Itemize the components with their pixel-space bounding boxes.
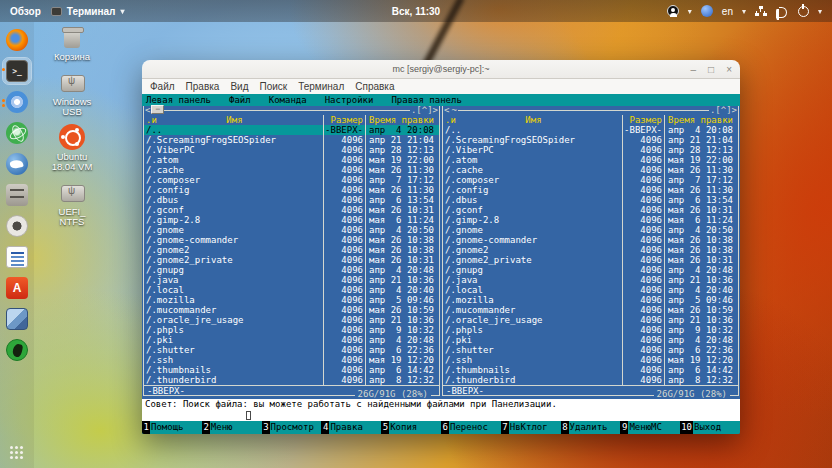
- show-apps-grid-icon[interactable]: [10, 446, 24, 460]
- file-row[interactable]: /.gnupg 4096 апр 4 20:48: [443, 265, 738, 275]
- function-key-button[interactable]: 2 Меню: [202, 421, 262, 434]
- file-row[interactable]: /.oracle_jre_usage 4096 апр 21 10:36: [443, 315, 738, 325]
- desktop-icon-ubuntu[interactable]: Ubuntu 18.04 VM: [38, 124, 106, 172]
- file-row[interactable]: /.ssh 4096 мая 19 12:20: [443, 355, 738, 365]
- file-row[interactable]: /.shutter 4096 апр 6 22:36: [144, 345, 439, 355]
- file-row[interactable]: /.ssh 4096 мая 19 12:20: [144, 355, 439, 365]
- power-icon[interactable]: [798, 6, 809, 17]
- column-size[interactable]: Размер: [323, 115, 365, 125]
- file-row[interactable]: /.gnome-commander 4096 мая 26 10:38: [144, 235, 439, 245]
- file-row[interactable]: /.mucommander 4096 мая 26 10:59: [443, 305, 738, 315]
- panel-updir-marker[interactable]: .[^]>: [709, 106, 738, 115]
- column-mtime[interactable]: Время правки: [664, 115, 738, 125]
- volume-icon[interactable]: [776, 6, 789, 17]
- file-row[interactable]: /.java 4096 апр 21 10:36: [144, 275, 439, 285]
- function-key-button[interactable]: 10 Выход: [680, 421, 740, 434]
- function-key-button[interactable]: 7 НвКтлог: [501, 421, 561, 434]
- mc-menu-item[interactable]: Левая панель: [146, 95, 211, 105]
- dock-item-thunderbird[interactable]: [3, 151, 31, 177]
- file-row[interactable]: /.pki 4096 апр 4 20:48: [443, 335, 738, 345]
- file-row[interactable]: /.gnome 4096 апр 4 20:50: [144, 225, 439, 235]
- file-row[interactable]: /.gnome 4096 апр 4 20:50: [443, 225, 738, 235]
- file-row[interactable]: /.phpls 4096 апр 9 10:32: [443, 325, 738, 335]
- file-row[interactable]: /.composer 4096 апр 7 17:12: [443, 175, 738, 185]
- file-row[interactable]: /.thunderbird 4096 апр 8 12:32: [443, 375, 738, 385]
- network-icon[interactable]: [755, 6, 767, 17]
- function-key-button[interactable]: 5 Копия: [381, 421, 441, 434]
- file-row[interactable]: /.phpls 4096 апр 9 10:32: [144, 325, 439, 335]
- menu-item[interactable]: Терминал: [298, 81, 344, 92]
- panel-updir-marker[interactable]: .[^]>: [410, 106, 439, 115]
- person-indicator-icon[interactable]: [667, 5, 679, 17]
- dock-item-aapp[interactable]: [3, 275, 31, 301]
- panel-corner-button[interactable]: –: [151, 105, 164, 114]
- dock-item-writer[interactable]: [3, 244, 31, 270]
- file-row[interactable]: /.shutter 4096 апр 6 22:36: [443, 345, 738, 355]
- file-row[interactable]: /.composer 4096 апр 7 17:12: [144, 175, 439, 185]
- file-row[interactable]: /.atom 4096 мая 19 22:00: [443, 155, 738, 165]
- file-row[interactable]: /.dbus 4096 апр 6 13:54: [144, 195, 439, 205]
- file-row[interactable]: /.ScreamingFrogSEOSpider 4096 апр 21 21:…: [144, 135, 439, 145]
- menu-item[interactable]: Вид: [230, 81, 248, 92]
- menu-item[interactable]: Справка: [355, 81, 394, 92]
- window-titlebar[interactable]: mc [sergiy@sergiy-pc]:~ – □ ×: [142, 60, 740, 79]
- file-row[interactable]: /.config 4096 мая 26 11:30: [144, 185, 439, 195]
- file-row[interactable]: /.gnome2 4096 мая 26 10:38: [144, 245, 439, 255]
- function-key-button[interactable]: 9 МенюМС: [620, 421, 680, 434]
- file-row[interactable]: /.ViberPC 4096 апр 28 12:13: [144, 145, 439, 155]
- file-row[interactable]: /.atom 4096 мая 19 22:00: [144, 155, 439, 165]
- command-line[interactable]: [142, 410, 740, 421]
- file-row[interactable]: /.gnome2 4096 мая 26 10:38: [443, 245, 738, 255]
- mc-menu-item[interactable]: Правая панель: [391, 95, 461, 105]
- file-row[interactable]: /.mozilla 4096 апр 5 09:46: [443, 295, 738, 305]
- dock-item-greenapp[interactable]: [3, 337, 31, 363]
- file-row[interactable]: /.gimp-2.8 4096 мая 6 11:24: [144, 215, 439, 225]
- minimize-button[interactable]: –: [691, 65, 697, 75]
- file-row[interactable]: /.cache 4096 мая 26 11:30: [144, 165, 439, 175]
- mc-menu-item[interactable]: Команда: [269, 95, 307, 105]
- file-row[interactable]: /.local 4096 апр 4 20:40: [144, 285, 439, 295]
- menu-item[interactable]: Правка: [186, 81, 220, 92]
- file-row[interactable]: /.gnome-commander 4096 мая 26 10:38: [443, 235, 738, 245]
- mc-menu-item[interactable]: Файл: [229, 95, 251, 105]
- file-row[interactable]: /.mozilla 4096 апр 5 09:46: [144, 295, 439, 305]
- app-menu[interactable]: Терминал ▾: [51, 6, 125, 17]
- dock-item-terminal[interactable]: [3, 58, 31, 84]
- file-row[interactable]: /.gimp-2.8 4096 мая 6 11:24: [443, 215, 738, 225]
- column-name[interactable]: Имя: [226, 115, 242, 125]
- blue-sphere-indicator-icon[interactable]: [701, 5, 713, 17]
- dock-item-atomgreen[interactable]: [3, 120, 31, 146]
- function-key-button[interactable]: 1 Помощь: [142, 421, 202, 434]
- dock-item-firefox[interactable]: [3, 27, 31, 53]
- file-row[interactable]: /.java 4096 апр 21 10:36: [443, 275, 738, 285]
- file-row[interactable]: /.gnome2_private 4096 мая 26 10:31: [144, 255, 439, 265]
- dock-item-chromium[interactable]: [3, 89, 31, 115]
- menu-item[interactable]: Поиск: [259, 81, 287, 92]
- desktop-icon-usb[interactable]: Windows USB: [38, 69, 106, 117]
- function-key-button[interactable]: 8 Удалить: [561, 421, 621, 434]
- dock-item-cabinet[interactable]: [3, 182, 31, 208]
- dock-item-shutter[interactable]: [3, 213, 31, 239]
- desktop-icon-trash[interactable]: Корзина: [38, 24, 106, 62]
- panel-path[interactable]: ~: [450, 106, 457, 115]
- function-key-button[interactable]: 3 Просмотр: [262, 421, 322, 434]
- file-row[interactable]: /.gconf 4096 мая 26 10:31: [443, 205, 738, 215]
- keyboard-layout-indicator[interactable]: en: [722, 6, 733, 17]
- menu-item[interactable]: Файл: [150, 81, 175, 92]
- file-row[interactable]: /.ViberPC 4096 апр 28 12:13: [443, 145, 738, 155]
- file-row[interactable]: /.thunderbird 4096 апр 8 12:32: [144, 375, 439, 385]
- desktop-icon-usb[interactable]: UEFI_ NTFS: [38, 179, 106, 227]
- file-row[interactable]: /.local 4096 апр 4 20:40: [443, 285, 738, 295]
- file-row[interactable]: /.gconf 4096 мая 26 10:31: [144, 205, 439, 215]
- mc-menu-item[interactable]: Настройки: [325, 95, 374, 105]
- column-size[interactable]: Размер: [622, 115, 664, 125]
- file-row[interactable]: /.mucommander 4096 мая 26 10:59: [144, 305, 439, 315]
- file-row[interactable]: /.. -ВВЕРХ- апр 4 20:08: [443, 125, 738, 135]
- file-row[interactable]: /.dbus 4096 апр 6 13:54: [443, 195, 738, 205]
- maximize-button[interactable]: □: [708, 65, 714, 75]
- activities-button[interactable]: Обзор: [10, 6, 41, 17]
- file-row[interactable]: /.gnome2_private 4096 мая 26 10:31: [443, 255, 738, 265]
- function-key-button[interactable]: 6 Перенос: [441, 421, 501, 434]
- file-row[interactable]: /.oracle_jre_usage 4096 апр 21 10:36: [144, 315, 439, 325]
- close-button[interactable]: ×: [726, 65, 732, 75]
